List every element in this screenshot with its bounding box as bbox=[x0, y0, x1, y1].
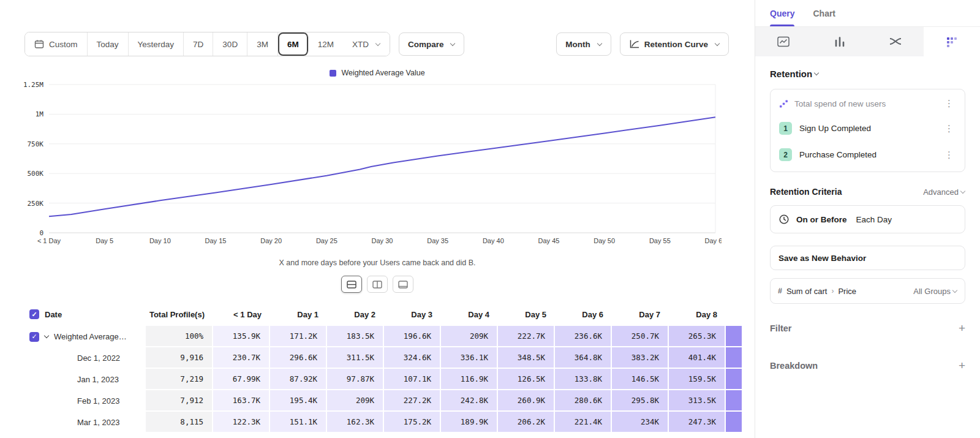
section-retention-dropdown[interactable]: Retention bbox=[770, 69, 965, 79]
range-button-3m[interactable]: 3M bbox=[247, 32, 278, 56]
range-button-12m[interactable]: 12M bbox=[309, 32, 343, 56]
column-header: Day 5 bbox=[498, 303, 555, 326]
row-label-cell: Jan 1, 2023 bbox=[24, 369, 146, 390]
retention-value-cell: 222.7K bbox=[498, 326, 555, 347]
retention-report-button[interactable] bbox=[924, 27, 980, 56]
row-label-cell: Mar 1, 2023 bbox=[24, 412, 146, 433]
save-as-new-behavior-button[interactable]: Save as New Behavior bbox=[770, 246, 965, 270]
behavior-card: Total spend of new users ⋮ 1 Sign Up Com… bbox=[770, 89, 965, 172]
condition-label: On or Before bbox=[796, 215, 847, 224]
behavior-step-1[interactable]: 1 Sign Up Completed ⋮ bbox=[773, 115, 962, 142]
layout-single-button[interactable] bbox=[393, 276, 413, 293]
report-type-switcher bbox=[755, 27, 980, 56]
table-row: Mar 1, 20238,115122.3K151.1K162.3K175.2K… bbox=[24, 412, 755, 433]
chart-type-button[interactable]: Retention Curve bbox=[620, 32, 729, 56]
svg-text:Day 25: Day 25 bbox=[316, 237, 337, 244]
retention-value-cell: 230.7K bbox=[213, 347, 270, 369]
range-button-30d[interactable]: 30D bbox=[213, 32, 247, 56]
retention-value-cell: 348.5K bbox=[498, 347, 555, 369]
range-button-6m[interactable]: 6M bbox=[278, 32, 309, 56]
granularity-button[interactable]: Month bbox=[556, 32, 611, 56]
retention-value-cell: 260.9K bbox=[498, 390, 555, 412]
total-profiles-cell: 100% bbox=[146, 326, 213, 347]
insights-report-button[interactable] bbox=[755, 27, 812, 56]
svg-text:Day 20: Day 20 bbox=[260, 237, 282, 244]
custom-range-button[interactable]: Custom bbox=[25, 32, 88, 56]
retention-value-cell: 209K bbox=[441, 326, 498, 347]
table-row: Dec 1, 20229,916230.7K296.6K311.5K324.6K… bbox=[24, 347, 755, 369]
layout-single-icon bbox=[398, 281, 408, 289]
measure-property: Price bbox=[838, 287, 856, 296]
kebab-menu-icon[interactable]: ⋮ bbox=[942, 123, 956, 134]
range-button-today[interactable]: Today bbox=[88, 32, 129, 56]
criteria-condition-row[interactable]: On or Before Each Day bbox=[770, 205, 965, 233]
row-label: Mar 1, 2023 bbox=[77, 418, 119, 427]
add-breakdown-button[interactable]: + bbox=[959, 360, 965, 371]
retention-value-cell: 175.2K bbox=[384, 412, 441, 433]
tab-query[interactable]: Query bbox=[770, 0, 794, 26]
kebab-menu-icon[interactable]: ⋮ bbox=[942, 149, 956, 160]
date-range-group: Custom TodayYesterday7D30D3M6M12M XTD bbox=[24, 32, 390, 56]
chart-caption: X and more days before your Users came b… bbox=[0, 259, 755, 267]
svg-text:500K: 500K bbox=[28, 170, 44, 178]
granularity-label: Month bbox=[565, 40, 590, 49]
tab-chart[interactable]: Chart bbox=[813, 0, 835, 26]
retention-value-cell: 107.1K bbox=[384, 369, 441, 390]
chevron-down-icon bbox=[375, 40, 380, 45]
measure-row[interactable]: # Sum of cart › Price All Groups bbox=[770, 278, 965, 304]
layout-split-horizontal-button[interactable] bbox=[341, 276, 362, 293]
total-profiles-cell: 7,219 bbox=[146, 369, 213, 390]
advanced-dropdown[interactable]: Advanced bbox=[923, 187, 965, 197]
retention-value-cell: 209K bbox=[327, 390, 384, 412]
custom-range-label: Custom bbox=[49, 40, 78, 49]
column-header: Day 3 bbox=[384, 303, 441, 326]
sidebar-tabs: Query Chart bbox=[755, 0, 980, 27]
kebab-menu-icon[interactable]: ⋮ bbox=[942, 98, 956, 109]
clock-icon bbox=[778, 214, 790, 225]
breakdown-row: Breakdown + bbox=[770, 360, 965, 371]
range-button-yesterday[interactable]: Yesterday bbox=[129, 32, 184, 56]
compare-button[interactable]: Compare bbox=[399, 32, 465, 56]
total-profiles-cell: 8,115 bbox=[146, 412, 213, 433]
retention-value-cell: 336.1K bbox=[441, 347, 498, 369]
select-all-checkbox[interactable]: ✓ bbox=[29, 309, 39, 319]
retention-value-cell: 67.99K bbox=[213, 369, 270, 390]
step-number-badge: 1 bbox=[779, 122, 792, 135]
table-header-row: ✓ DateTotal Profile(s)< 1 DayDay 1Day 2D… bbox=[24, 303, 755, 326]
row-checkbox[interactable]: ✓ bbox=[29, 332, 39, 342]
toolbar: Custom TodayYesterday7D30D3M6M12M XTD Co… bbox=[24, 32, 729, 56]
retention-value-cell: 234K bbox=[612, 412, 669, 433]
svg-text:Day 45: Day 45 bbox=[538, 237, 560, 244]
retention-value-cell: 383.2K bbox=[612, 347, 669, 369]
advanced-label: Advanced bbox=[923, 187, 959, 197]
table-row: Jan 1, 20237,21967.99K87.92K97.87K107.1K… bbox=[24, 369, 755, 390]
retention-value-cell: 296.6K bbox=[270, 347, 327, 369]
chevron-down-icon bbox=[715, 40, 720, 45]
flows-report-button[interactable] bbox=[868, 27, 924, 56]
range-button-7d[interactable]: 7D bbox=[184, 32, 213, 56]
funnels-report-button[interactable] bbox=[812, 27, 868, 56]
column-header: < 1 Day bbox=[213, 303, 270, 326]
behavior-step-2[interactable]: 2 Purchase Completed ⋮ bbox=[773, 142, 962, 168]
retention-table: ✓ DateTotal Profile(s)< 1 DayDay 1Day 2D… bbox=[24, 303, 755, 433]
query-builder: Retention Total spend of new users ⋮ 1 S… bbox=[755, 56, 980, 371]
all-groups-dropdown[interactable]: All Groups bbox=[913, 287, 957, 296]
svg-text:1.25M: 1.25M bbox=[23, 81, 43, 89]
layout-split-vertical-button[interactable] bbox=[367, 276, 388, 293]
row-label-cell: ✓ Weighted Average ... bbox=[24, 326, 146, 347]
cut-column-cell bbox=[726, 412, 742, 433]
flows-icon bbox=[889, 36, 902, 47]
column-header: Day 8 bbox=[669, 303, 726, 326]
row-label-cell: Feb 1, 2023 bbox=[24, 390, 146, 412]
behavior-header[interactable]: Total spend of new users ⋮ bbox=[773, 92, 962, 115]
xtd-button[interactable]: XTD bbox=[343, 32, 390, 56]
add-filter-button[interactable]: + bbox=[959, 322, 965, 334]
retention-value-cell: 146.5K bbox=[612, 369, 669, 390]
svg-text:Day 10: Day 10 bbox=[149, 237, 171, 244]
query-sidebar: Query Chart bbox=[755, 0, 980, 438]
svg-text:Day 15: Day 15 bbox=[205, 237, 227, 244]
column-header: Day 2 bbox=[327, 303, 384, 326]
expand-chevron-icon[interactable] bbox=[44, 333, 49, 338]
svg-text:< 1 Day: < 1 Day bbox=[37, 237, 61, 244]
frequency-label: Each Day bbox=[856, 215, 892, 224]
